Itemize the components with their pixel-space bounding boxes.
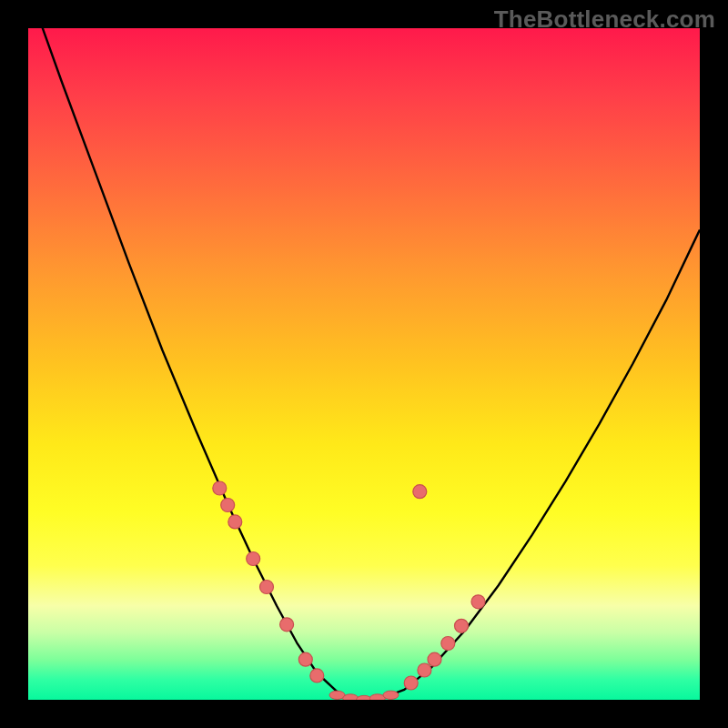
marker-dot (471, 595, 485, 609)
marker-dot (404, 676, 418, 690)
marker-dot (310, 669, 324, 682)
chart-frame: TheBottleneck.com (0, 0, 728, 728)
marker-dot (455, 619, 469, 632)
bottleneck-curve (28, 28, 700, 700)
marker-dot (221, 499, 235, 512)
watermark-text: TheBottleneck.com (494, 5, 715, 34)
plot-area (28, 28, 700, 700)
marker-dot (383, 691, 399, 699)
marker-dot (441, 637, 455, 651)
data-markers (213, 481, 485, 700)
marker-dot (298, 652, 312, 666)
marker-dot (247, 552, 260, 566)
marker-dot (280, 618, 294, 632)
marker-dot (428, 652, 441, 666)
marker-dot (213, 481, 227, 495)
marker-dot (260, 581, 274, 594)
curve-overlay (28, 28, 700, 700)
marker-dot (418, 663, 431, 677)
marker-dot (413, 485, 427, 499)
marker-dot (228, 515, 242, 529)
